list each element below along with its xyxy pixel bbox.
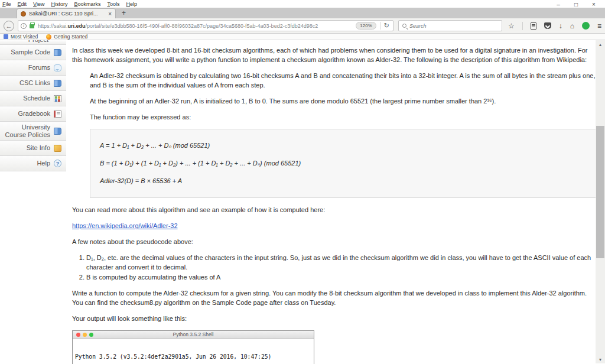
- site-info-icon: [54, 145, 61, 152]
- maximize-button[interactable]: □: [567, 0, 585, 8]
- scroll-down-icon[interactable]: ▾: [596, 355, 605, 363]
- tab-bar: Sakai@URI : CSC 110 Spri... × +: [0, 8, 605, 18]
- sidebar-item-university-course-policies[interactable]: University Course Policies: [0, 122, 66, 141]
- formula-adler32: Adler-32(D) = B × 65536 + A: [100, 177, 588, 186]
- calendar-icon: [54, 95, 61, 102]
- bookmark-most-visited[interactable]: Most Visited: [4, 34, 38, 40]
- sidebar-item-csc-links[interactable]: CSC Links: [0, 76, 66, 91]
- book-icon: [54, 49, 61, 56]
- menu-view[interactable]: View: [33, 1, 44, 7]
- intro-paragraph: In class this week we developed 8-bit an…: [72, 46, 598, 65]
- menu-edit[interactable]: Edit: [18, 1, 27, 7]
- python-shell-screenshot: Python 3.5.2 Shell Python 3.5.2 (v3.5.2:…: [72, 330, 314, 364]
- menu-tools[interactable]: Tools: [107, 1, 119, 7]
- chat-icon: [54, 64, 61, 72]
- search-input[interactable]: [409, 23, 498, 29]
- bookmark-label: Most Visited: [11, 34, 38, 40]
- bookmark-getting-started[interactable]: Getting Started: [46, 34, 87, 40]
- https-lock-icon: [30, 24, 34, 28]
- menu-history[interactable]: History: [51, 1, 67, 7]
- sidebar-item-help[interactable]: Help ?: [0, 156, 66, 171]
- browser-window: File Edit View History Bookmarks Tools H…: [0, 0, 605, 364]
- sidebar-item-label: Gradebook: [18, 110, 50, 118]
- window-controls: – □ ×: [549, 0, 603, 8]
- sidebar-item-schedule[interactable]: Schedule: [0, 91, 66, 106]
- downloads-icon[interactable]: ↓: [559, 22, 562, 30]
- back-button[interactable]: ←: [4, 21, 14, 31]
- note-item: D₁, D₂, etc. are the decimal values of t…: [86, 254, 598, 272]
- sidebar-item-gradebook[interactable]: Gradebook: [0, 106, 66, 122]
- note-item: B is computed by accumulating the values…: [86, 273, 598, 282]
- divider: [380, 22, 380, 30]
- sidebar-item-site-info[interactable]: Site Info: [0, 141, 66, 156]
- extension-icon[interactable]: [582, 22, 590, 30]
- bookmarks-list-icon[interactable]: [531, 22, 536, 30]
- terminal-line: Python 3.5.2 (v3.5.2:4def2a2901a5, Jun 2…: [75, 353, 311, 360]
- terminal-title-bar: Python 3.5.2 Shell: [73, 331, 314, 339]
- terminal-body: Python 3.5.2 (v3.5.2:4def2a2901a5, Jun 2…: [73, 339, 314, 364]
- close-button[interactable]: ×: [585, 0, 603, 8]
- output-intro: Your output will look something like thi…: [72, 314, 598, 324]
- url-bar[interactable]: i https://sakai.uri.edu/portal/site/e3db…: [18, 20, 393, 31]
- sidebar-item-project-partial[interactable]: Project: [0, 40, 66, 45]
- sidebar-item-forums[interactable]: Forums: [0, 60, 66, 76]
- assignment-paragraph: Write a function to compute the Alder-32…: [72, 289, 598, 308]
- home-icon[interactable]: ⌂: [570, 22, 574, 30]
- most-visited-icon: [4, 34, 8, 39]
- new-tab-button[interactable]: +: [122, 9, 126, 17]
- help-icon: ?: [54, 160, 61, 167]
- minimize-button[interactable]: –: [549, 0, 567, 8]
- assignment-body: In class this week we developed 8-bit an…: [66, 40, 605, 363]
- zoom-traffic-icon: [89, 333, 93, 337]
- pocket-icon[interactable]: [544, 22, 551, 29]
- sidebar-item-label: University Course Policies: [4, 124, 50, 138]
- firefox-icon: [46, 34, 51, 40]
- minimize-traffic-icon: [83, 333, 87, 337]
- traffic-lights: [76, 333, 93, 337]
- divider: [522, 22, 523, 30]
- sidebar-item-label: CSC Links: [19, 79, 50, 87]
- reload-icon[interactable]: ↻: [384, 22, 389, 30]
- wikipedia-quote-1: An Adler-32 checksum is obtained by calc…: [90, 72, 598, 90]
- hamburger-menu-icon[interactable]: ≡: [597, 22, 601, 30]
- bookmark-star-icon[interactable]: ☆: [508, 22, 515, 30]
- search-box[interactable]: [398, 20, 502, 31]
- toolbar-icons: ☆ ↓ ⌂ ≡: [508, 22, 601, 30]
- book-icon: [54, 80, 61, 87]
- terminal-title: Python 3.5.2 Shell: [173, 331, 214, 338]
- notes-header: A few notes about the pseudocode above:: [72, 238, 598, 247]
- tool-sidebar: Project Sample Code Forums CSC Links Sch…: [0, 40, 66, 363]
- menu-bookmarks[interactable]: Bookmarks: [74, 1, 100, 7]
- book-icon: [54, 128, 61, 135]
- sakai-favicon-icon: [21, 11, 26, 17]
- tab-close-icon[interactable]: ×: [108, 11, 112, 17]
- menu-help[interactable]: Help: [126, 1, 137, 7]
- sidebar-item-sample-code[interactable]: Sample Code: [0, 45, 66, 60]
- scrollbar-thumb[interactable]: [596, 126, 604, 258]
- menu-bar: File Edit View History Bookmarks Tools H…: [0, 0, 605, 8]
- sidebar-item-label: Project: [28, 40, 48, 43]
- formula-box: A = 1 + D₁ + D₂ + ... + Dₙ (mod 65521) B…: [90, 129, 598, 199]
- close-traffic-icon: [76, 333, 80, 337]
- search-icon: [402, 24, 406, 28]
- scroll-up-icon[interactable]: ▴: [596, 40, 605, 48]
- menu-file[interactable]: File: [2, 1, 11, 7]
- sidebar-item-label: Site Info: [27, 144, 50, 152]
- page-scrollbar[interactable]: ▴ ▾: [596, 40, 605, 363]
- wikipedia-quote-2: At the beginning of an Adler-32 run, A i…: [90, 97, 598, 106]
- formula-a: A = 1 + D₁ + D₂ + ... + Dₙ (mod 65521): [100, 141, 588, 151]
- formula-b: B = (1 + D₁) + (1 + D₁ + D₂) + ... + (1 …: [100, 159, 588, 168]
- notes-list: D₁, D₂, etc. are the decimal values of t…: [86, 254, 598, 282]
- sidebar-item-label: Help: [37, 160, 50, 167]
- sidebar-item-label: Schedule: [23, 95, 50, 102]
- tab-sakai[interactable]: Sakai@URI : CSC 110 Spri... ×: [17, 8, 116, 18]
- page-info-icon[interactable]: i: [21, 23, 27, 29]
- read-more-paragraph: You can read more about this algorithm a…: [72, 206, 598, 215]
- wikipedia-quote-3: The function may be expressed as:: [90, 113, 598, 122]
- gradebook-icon: [54, 110, 61, 118]
- wikipedia-link[interactable]: https://en.wikipedia.org/wiki/Adler-32: [72, 222, 178, 229]
- navigation-bar: ← i https://sakai.uri.edu/portal/site/e3…: [0, 18, 605, 34]
- url-text: https://sakai.uri.edu/portal/site/e3dbb5…: [38, 23, 356, 29]
- page-content: Project Sample Code Forums CSC Links Sch…: [0, 40, 605, 363]
- zoom-level-badge[interactable]: 120%: [356, 22, 376, 30]
